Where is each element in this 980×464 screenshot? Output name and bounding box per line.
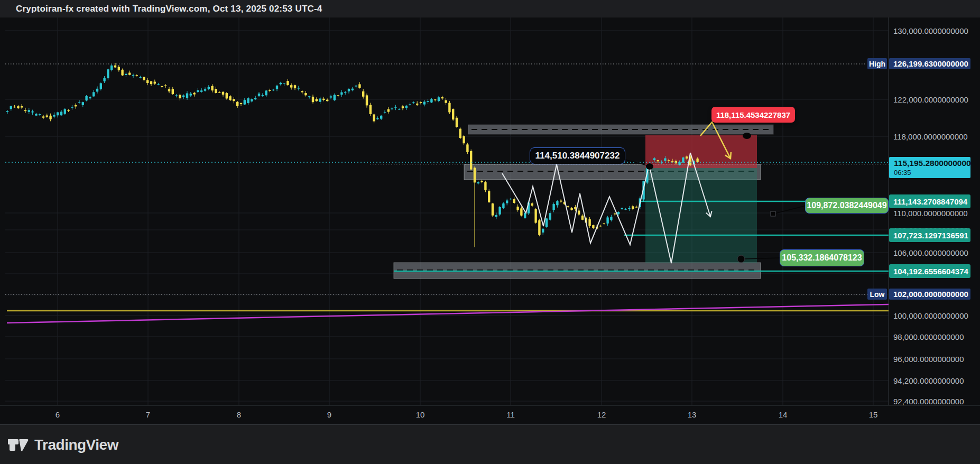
high-value-badge: 126,199.6300000000 bbox=[889, 58, 970, 69]
tradingview-logo-text: TradingView bbox=[34, 437, 118, 453]
magenta-trend-line bbox=[7, 304, 889, 323]
price-tick: 96,000.0000000000 bbox=[893, 355, 964, 364]
level-badge-1: 107,723.1297136591 bbox=[889, 228, 970, 242]
bar-countdown: 06:35 bbox=[894, 169, 911, 177]
date-tick: 11 bbox=[506, 410, 515, 419]
date-tick: 7 bbox=[146, 410, 150, 419]
price-annotation-114510[interactable]: 114,510.3844907232 bbox=[530, 147, 625, 164]
low-value-badge: 102,000.0000000000 bbox=[889, 289, 970, 300]
price-tick: 100,000.0000000000 bbox=[893, 311, 968, 320]
level-badge-2: 104,192.6556604374 bbox=[889, 264, 970, 278]
date-tick: 13 bbox=[688, 410, 697, 419]
date-tick: 14 bbox=[779, 410, 788, 419]
price-tick: 110,000.0000000000 bbox=[893, 209, 968, 218]
tradingview-logo[interactable]: TradingView bbox=[8, 437, 118, 453]
tradingview-snapshot: Cryptoiran-fx created with TradingView.c… bbox=[0, 0, 980, 464]
bottom-brand-bar: TradingView bbox=[0, 424, 980, 464]
high-tag-badge: High bbox=[867, 58, 887, 69]
date-tick: 15 bbox=[869, 410, 878, 419]
price-tick: 92,400.0000000000 bbox=[893, 397, 964, 406]
date-tick: 9 bbox=[327, 410, 331, 419]
date-tick: 8 bbox=[237, 410, 241, 419]
date-tick: 12 bbox=[597, 410, 606, 419]
blue-label-dot bbox=[646, 163, 653, 170]
price-tick: 98,000.0000000000 bbox=[893, 332, 964, 341]
last-price-value: 115,195.2800000000 bbox=[894, 159, 971, 169]
red-box-dot bbox=[743, 133, 751, 139]
price-chart[interactable] bbox=[0, 17, 980, 424]
price-tick: 94,200.0000000000 bbox=[893, 376, 964, 385]
price-tick: 130,000.0000000000 bbox=[893, 26, 968, 35]
level-badge-0: 111,143.2708847094 bbox=[889, 194, 970, 208]
date-tick: 10 bbox=[416, 410, 425, 419]
callout-marker-square bbox=[771, 211, 775, 216]
callout-marker-circle bbox=[737, 255, 745, 263]
price-tick: 106,000.0000000000 bbox=[893, 248, 968, 257]
last-price-badge: 115,195.280000000006:35 bbox=[889, 157, 970, 178]
price-tick: 118,000.0000000000 bbox=[893, 132, 968, 141]
price-annotation-118115[interactable]: 118,115.4534227837 bbox=[711, 107, 795, 123]
target-label-0[interactable]: 109,872.0382449049 bbox=[805, 198, 889, 214]
target-box bbox=[645, 168, 757, 263]
snapshot-title: Cryptoiran-fx created with TradingView.c… bbox=[16, 4, 322, 14]
date-tick: 6 bbox=[56, 410, 60, 419]
low-tag-badge: Low bbox=[867, 289, 887, 300]
target-label-1[interactable]: 105,332.1864078123 bbox=[780, 249, 864, 266]
price-tick: 122,000.0000000000 bbox=[893, 95, 968, 104]
snapshot-title-bar: Cryptoiran-fx created with TradingView.c… bbox=[0, 0, 980, 18]
tradingview-logo-icon bbox=[8, 437, 29, 453]
